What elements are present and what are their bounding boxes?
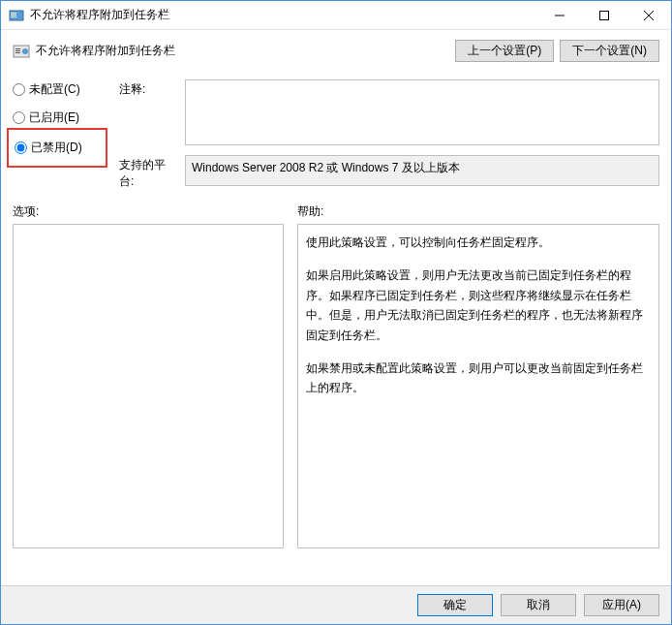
apply-button[interactable]: 应用(A) [584, 594, 659, 616]
platform-row: 支持的平台: Windows Server 2008 R2 或 Windows … [119, 155, 659, 190]
help-label: 帮助: [297, 203, 659, 220]
svg-rect-1 [11, 13, 16, 14]
previous-setting-button[interactable]: 上一个设置(P) [455, 40, 554, 62]
radio-column: 未配置(C) 已启用(E) 已禁用(D) [13, 79, 102, 190]
maximize-icon [599, 11, 609, 20]
radio-disabled[interactable]: 已禁用(D) [7, 128, 107, 168]
minimize-icon [555, 11, 565, 20]
comment-textarea[interactable] [185, 79, 659, 145]
options-panel: 选项: [13, 203, 284, 548]
radio-enabled-input[interactable] [13, 111, 25, 124]
help-text: 如果禁用或未配置此策略设置，则用户可以更改当前固定到任务栏上的程序。 [306, 359, 651, 398]
svg-rect-5 [600, 11, 609, 19]
comment-label: 注释: [119, 79, 177, 98]
help-text: 使用此策略设置，可以控制向任务栏固定程序。 [306, 233, 651, 252]
radio-enabled[interactable]: 已启用(E) [13, 109, 102, 126]
help-panel: 帮助: 使用此策略设置，可以控制向任务栏固定程序。 如果启用此策略设置，则用户无… [297, 203, 659, 548]
platform-label: 支持的平台: [119, 155, 177, 190]
ok-button[interactable]: 确定 [417, 594, 493, 616]
help-text: 如果启用此策略设置，则用户无法更改当前已固定到任务栏的程序。如果程序已固定到任务… [306, 266, 651, 345]
panels-row: 选项: 帮助: 使用此策略设置，可以控制向任务栏固定程序。 如果启用此策略设置，… [13, 203, 659, 548]
close-icon [644, 11, 654, 20]
cancel-button[interactable]: 取消 [501, 594, 576, 616]
fields-column: 注释: 支持的平台: Windows Server 2008 R2 或 Wind… [119, 79, 659, 190]
comment-row: 注释: [119, 79, 659, 145]
radio-not-configured-label: 未配置(C) [29, 81, 80, 98]
options-box [13, 224, 284, 548]
next-setting-button[interactable]: 下一个设置(N) [560, 40, 659, 62]
radio-enabled-label: 已启用(E) [29, 109, 79, 126]
radio-not-configured-input[interactable] [13, 83, 25, 96]
svg-rect-2 [11, 15, 16, 16]
window-controls [537, 1, 671, 29]
header-row: 不允许将程序附加到任务栏 上一个设置(P) 下一个设置(N) [13, 40, 659, 62]
svg-point-12 [22, 48, 28, 54]
help-box: 使用此策略设置，可以控制向任务栏固定程序。 如果启用此策略设置，则用户无法更改当… [297, 224, 659, 548]
minimize-button[interactable] [537, 1, 582, 29]
policy-dialog: 不允许将程序附加到任务栏 不允许将程序附加到任务栏 上一个设置(P) [0, 0, 672, 625]
radio-disabled-input[interactable] [15, 141, 27, 154]
platform-value: Windows Server 2008 R2 或 Windows 7 及以上版本 [185, 155, 659, 186]
footer: 确定 取消 应用(A) [1, 585, 671, 624]
config-section: 未配置(C) 已启用(E) 已禁用(D) 注释: 支持的平台: [13, 79, 659, 190]
content-area: 不允许将程序附加到任务栏 上一个设置(P) 下一个设置(N) 未配置(C) 已启… [1, 30, 671, 548]
window-title: 不允许将程序附加到任务栏 [30, 7, 537, 23]
close-button[interactable] [626, 1, 671, 29]
svg-rect-11 [15, 52, 20, 53]
titlebar: 不允许将程序附加到任务栏 [1, 1, 671, 30]
radio-not-configured[interactable]: 未配置(C) [13, 81, 102, 98]
radio-disabled-label: 已禁用(D) [31, 140, 82, 156]
maximize-button[interactable] [582, 1, 626, 29]
options-label: 选项: [13, 203, 284, 220]
policy-title: 不允许将程序附加到任务栏 [36, 43, 449, 59]
svg-rect-10 [15, 50, 20, 51]
app-icon [9, 8, 24, 23]
svg-rect-9 [15, 48, 20, 49]
policy-icon [13, 43, 30, 60]
svg-rect-3 [11, 16, 16, 17]
